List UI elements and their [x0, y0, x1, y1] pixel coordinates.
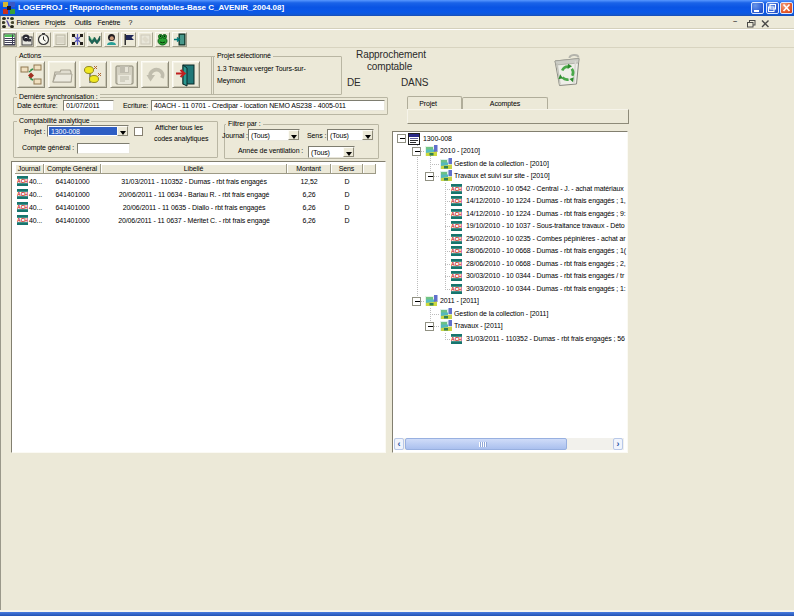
svg-text:ACH: ACH: [17, 178, 28, 184]
svg-text:ACH: ACH: [451, 260, 462, 266]
svg-text:ACH: ACH: [451, 273, 462, 279]
svg-text:ACH: ACH: [17, 191, 28, 197]
svg-text:ACH: ACH: [451, 210, 462, 216]
svg-text:ACH: ACH: [451, 223, 462, 229]
svg-text:ACH: ACH: [451, 248, 462, 254]
svg-text:ACH: ACH: [17, 204, 28, 210]
svg-text:ACH: ACH: [451, 185, 462, 191]
svg-text:ACH: ACH: [451, 335, 462, 341]
svg-text:ACH: ACH: [17, 217, 28, 223]
svg-text:ACH: ACH: [451, 285, 462, 291]
svg-text:ACH: ACH: [451, 198, 462, 204]
svg-text:ACH: ACH: [451, 235, 462, 241]
